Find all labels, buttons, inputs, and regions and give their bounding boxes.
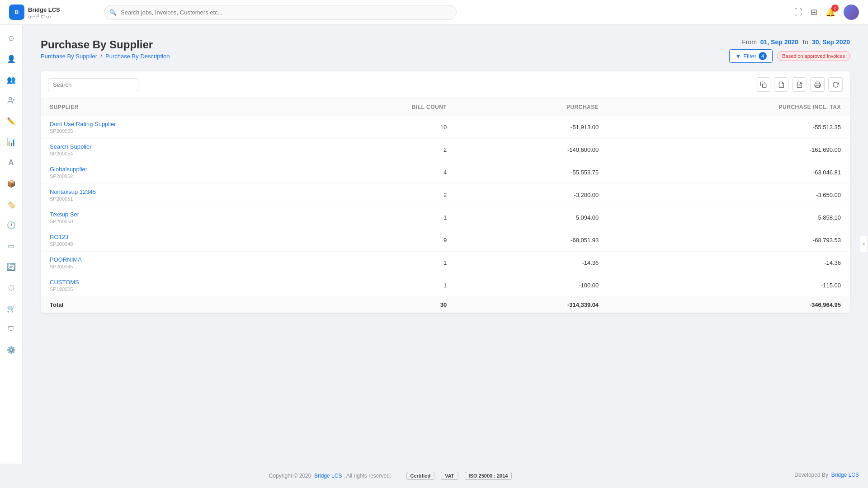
- logo-text: Bridge LCS بريدج لسس: [28, 6, 60, 18]
- supplier-name[interactable]: POORNIMA: [50, 256, 287, 263]
- supplier-code: SP200051: [50, 196, 287, 202]
- col-purchase: PURCHASE: [456, 99, 608, 116]
- topbar-right: ⛶ ⊞ 🔔 2: [794, 5, 859, 20]
- notification-badge: 2: [831, 5, 839, 12]
- sidebar-item-card[interactable]: ▭: [5, 239, 18, 252]
- filter-button[interactable]: ▼ Filter 4: [729, 49, 773, 63]
- breadcrumb: Purchase By Supplier / Purchase By Descr…: [41, 53, 170, 60]
- title-area: Purchase By Supplier Purchase By Supplie…: [41, 38, 170, 60]
- supplier-name[interactable]: CUSTOMS: [50, 279, 287, 286]
- cert-certified: Certified: [406, 472, 435, 480]
- bill-count-cell: 9: [296, 229, 456, 252]
- search-icon: 🔍: [109, 9, 117, 16]
- suppliers-table: SUPPLIER BILL COUNT PURCHASE PURCHASE IN…: [41, 99, 850, 313]
- supplier-name[interactable]: Texsup Ser: [50, 211, 287, 218]
- table-row: RO123 SP200048 9 -68,051.93 -68,793.53: [41, 229, 850, 252]
- bill-count-cell: 10: [296, 116, 456, 139]
- footer-dev-prefix: Developed By: [794, 472, 828, 478]
- date-to-label: To: [802, 38, 808, 46]
- date-from: 01, Sep 2020: [760, 38, 798, 46]
- bill-count-cell: 1: [296, 206, 456, 229]
- global-search[interactable]: 🔍: [104, 5, 457, 20]
- sidebar-item-tags[interactable]: 🏷️: [5, 198, 18, 211]
- copy-button[interactable]: [756, 77, 770, 92]
- sidebar-item-shield[interactable]: 🛡: [5, 323, 18, 335]
- purchase-incl-tax-cell: -55,513.35: [608, 116, 850, 139]
- table-search-input[interactable]: [48, 78, 138, 91]
- fullscreen-button[interactable]: ⛶: [794, 8, 802, 17]
- breadcrumb-current: Purchase By Description: [105, 53, 170, 60]
- bill-count-cell: 1: [296, 274, 456, 297]
- supplier-cell: RO123 SP200048: [41, 229, 296, 252]
- main-content: Purchase By Supplier Purchase By Supplie…: [23, 25, 868, 488]
- supplier-name[interactable]: Search Supplier: [50, 143, 287, 150]
- sidebar-item-settings[interactable]: ⚙️: [5, 343, 18, 356]
- grid-button[interactable]: ⊞: [811, 7, 817, 17]
- total-bill-count: 30: [296, 297, 456, 313]
- breadcrumb-parent[interactable]: Purchase By Supplier: [41, 53, 97, 60]
- filter-badge-row: ▼ Filter 4 Based on approved Invoices: [729, 49, 850, 63]
- sidebar-item-analytics[interactable]: 📊: [5, 136, 18, 148]
- global-search-input[interactable]: [104, 5, 457, 20]
- sidebar-item-font[interactable]: A: [5, 156, 18, 169]
- supplier-cell: Dont Use Rating Supplier SP200055: [41, 116, 296, 139]
- sidebar-item-contacts[interactable]: 👥: [5, 73, 18, 86]
- supplier-name[interactable]: Globalsupplier: [50, 166, 287, 173]
- col-bill-count: BILL COUNT: [296, 99, 456, 116]
- table-row: Search Supplier SP200054 2 -140,600.00 -…: [41, 139, 850, 161]
- table-row: Globalsupplier SP200052 4 -55,553.75 -63…: [41, 161, 850, 184]
- sidebar-item-time[interactable]: 🕐: [5, 219, 18, 231]
- supplier-cell: CUSTOMS SP190025: [41, 274, 296, 297]
- supplier-cell: Nontaxsup 12345 SP200051: [41, 184, 296, 206]
- approved-invoice-badge: Based on approved Invoices: [777, 51, 850, 61]
- footer-rights: . All rights reserved.: [344, 473, 391, 479]
- table-row: Texsup Ser SP200050 1 5,094.00 5,858.10: [41, 206, 850, 229]
- sidebar-item-packages[interactable]: 📦: [5, 177, 18, 190]
- footer: Copyright © 2020 Bridge LCS . All rights…: [0, 464, 868, 488]
- footer-company-link[interactable]: Bridge LCS: [314, 473, 342, 479]
- filter-label: Filter: [743, 53, 756, 60]
- excel-button[interactable]: [774, 77, 788, 92]
- sidebar-item-cart[interactable]: 🛒: [5, 302, 18, 314]
- svg-rect-5: [816, 85, 819, 87]
- purchase-cell: -55,553.75: [456, 161, 608, 184]
- print-button[interactable]: [810, 77, 825, 92]
- csv-button[interactable]: [792, 77, 807, 92]
- purchase-cell: -3,200.00: [456, 184, 608, 206]
- footer-dev-link[interactable]: Bridge LCS: [831, 472, 859, 478]
- supplier-code: SP190025: [50, 286, 287, 292]
- sidebar-item-hex[interactable]: ⬡: [5, 281, 18, 294]
- sidebar-item-edit[interactable]: ✏️: [5, 115, 18, 127]
- sidebar-collapse-toggle[interactable]: <: [860, 235, 868, 253]
- cert-iso: ISO 25000 : 2014: [465, 472, 512, 480]
- refresh-button[interactable]: [828, 77, 843, 92]
- purchase-incl-tax-cell: -161,690.00: [608, 139, 850, 161]
- total-purchase: -314,339.04: [456, 297, 608, 313]
- app-subtitle: بريدج لسس: [28, 13, 60, 18]
- bill-count-cell: 2: [296, 139, 456, 161]
- app-title: Bridge LCS: [28, 6, 60, 13]
- supplier-cell: POORNIMA SP200045: [41, 252, 296, 274]
- supplier-name[interactable]: RO123: [50, 234, 287, 240]
- table-row: CUSTOMS SP190025 1 -100.00 -115.00: [41, 274, 850, 297]
- supplier-name[interactable]: Nontaxsup 12345: [50, 188, 287, 195]
- purchase-incl-tax-cell: -115.00: [608, 274, 850, 297]
- purchase-cell: -140,600.00: [456, 139, 608, 161]
- supplier-code: SP200055: [50, 128, 287, 134]
- supplier-code: SP200052: [50, 174, 287, 179]
- purchase-cell: -100.00: [456, 274, 608, 297]
- supplier-code: SP200045: [50, 264, 287, 269]
- sidebar-item-user[interactable]: 👤: [5, 52, 18, 65]
- table-card: SUPPLIER BILL COUNT PURCHASE PURCHASE IN…: [41, 71, 850, 313]
- sidebar-item-refresh[interactable]: 🔄: [5, 260, 18, 273]
- footer-copyright: Copyright © 2020: [269, 473, 311, 479]
- supplier-name[interactable]: Dont Use Rating Supplier: [50, 121, 287, 127]
- purchase-incl-tax-cell: -14.36: [608, 252, 850, 274]
- user-avatar[interactable]: [844, 5, 859, 20]
- page-header: Purchase By Supplier Purchase By Supplie…: [41, 38, 850, 63]
- notification-button[interactable]: 🔔 2: [826, 7, 835, 17]
- sidebar-item-add-user[interactable]: [5, 94, 18, 107]
- sidebar-item-dashboard[interactable]: ⊙: [5, 32, 18, 44]
- table-search[interactable]: [48, 78, 138, 91]
- purchase-incl-tax-cell: 5,858.10: [608, 206, 850, 229]
